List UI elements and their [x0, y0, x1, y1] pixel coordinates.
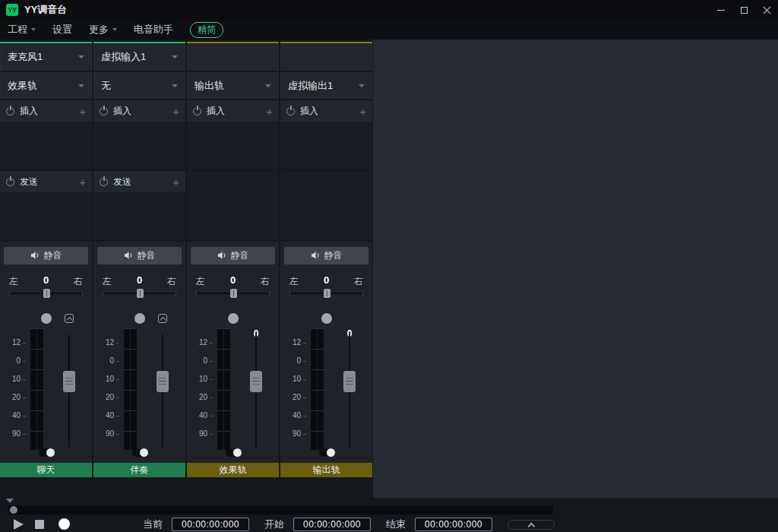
pan-control: 左 0 右: [187, 269, 279, 304]
pan-slider-thumb[interactable]: [43, 289, 50, 298]
menu-settings[interactable]: 设置: [52, 23, 72, 36]
chevron-down-icon: [172, 84, 178, 87]
send-label: 发送: [113, 176, 167, 188]
power-icon[interactable]: [6, 178, 14, 186]
channel-strip-chat: 麦克风1 效果轨 插入 + 发送 + 静音 左 0 右 12010204090: [0, 42, 92, 477]
mute-button[interactable]: 静音: [284, 247, 368, 264]
maximize-icon: [741, 7, 748, 14]
input-source-select[interactable]: [280, 43, 372, 72]
mute-row: 静音: [187, 242, 279, 269]
collapse-button[interactable]: [508, 520, 555, 530]
insert-section-header: 插入 +: [280, 100, 372, 122]
pan-slider-thumb[interactable]: [230, 289, 237, 298]
volume-fader[interactable]: [162, 334, 163, 447]
pan-slider[interactable]: [103, 293, 176, 294]
insert-section-header: 插入 +: [187, 100, 279, 122]
db-scale: 12010204090: [190, 339, 213, 438]
fader-handle[interactable]: [343, 371, 356, 392]
fader-handle[interactable]: [250, 371, 262, 392]
timeline-thumb[interactable]: [10, 506, 17, 514]
insert-label: 插入: [20, 105, 74, 118]
volume-fader[interactable]: [349, 334, 350, 447]
route-value: 输出轨: [194, 79, 265, 93]
close-icon: [763, 6, 771, 14]
route-select[interactable]: 无: [93, 72, 185, 100]
record-button[interactable]: [59, 518, 70, 530]
current-time-field[interactable]: 00:00:00:000: [172, 518, 249, 531]
menu-more[interactable]: 更多: [89, 23, 117, 36]
workspace-panel: [373, 40, 778, 498]
volume-fader[interactable]: [68, 334, 70, 447]
pan-slider-thumb[interactable]: [137, 289, 144, 298]
input-source-select[interactable]: 虚拟输入1: [93, 43, 185, 72]
send-section-header: 发送 +: [0, 171, 92, 192]
channel-toggle[interactable]: [132, 448, 148, 457]
gain-knob[interactable]: [41, 313, 52, 324]
toggle-knob-icon: [46, 448, 55, 457]
mute-label: 静音: [324, 249, 343, 262]
mute-button[interactable]: 静音: [97, 247, 182, 264]
insert-list: [0, 122, 92, 171]
pan-right-label: 右: [167, 275, 176, 288]
menu-project[interactable]: 工程: [8, 23, 36, 36]
toggle-knob-icon: [327, 448, 335, 457]
add-insert-button[interactable]: +: [266, 106, 273, 117]
insert-list: [280, 122, 372, 171]
input-source-select[interactable]: 麦克风1: [0, 43, 92, 72]
gain-knob[interactable]: [134, 313, 145, 324]
timeline-marker[interactable]: [6, 499, 14, 503]
volume-fader[interactable]: [255, 334, 257, 447]
fader-reset-icon[interactable]: [158, 314, 167, 323]
vu-meter-left: [217, 328, 223, 450]
menu-project-label: 工程: [8, 23, 27, 36]
end-time-field[interactable]: 00:00:00:000: [415, 518, 492, 531]
gain-knob[interactable]: [228, 313, 239, 324]
pan-right-label: 右: [261, 275, 270, 288]
route-select[interactable]: 效果轨: [0, 72, 92, 100]
vu-meter-right: [37, 328, 43, 450]
simplified-mode-badge[interactable]: 精简: [190, 22, 223, 38]
fader-reset-icon[interactable]: [65, 314, 74, 323]
add-insert-button[interactable]: +: [79, 106, 86, 117]
power-icon[interactable]: [193, 107, 201, 116]
input-source-value: 虚拟输入1: [101, 50, 172, 64]
mute-button[interactable]: 静音: [4, 247, 88, 264]
channel-toggle[interactable]: [39, 448, 55, 457]
maximize-button[interactable]: [732, 0, 755, 20]
chevron-up-icon: [527, 523, 535, 530]
add-send-button[interactable]: +: [79, 176, 86, 188]
mute-button[interactable]: 静音: [191, 247, 275, 264]
power-icon[interactable]: [100, 107, 108, 116]
insert-section-header: 插入 +: [0, 100, 92, 122]
route-select[interactable]: 虚拟输出1: [280, 72, 372, 100]
stop-button[interactable]: [35, 520, 44, 529]
minimize-button[interactable]: [710, 0, 732, 20]
input-source-select[interactable]: [187, 43, 279, 72]
gain-knob[interactable]: [321, 313, 332, 324]
pan-slider-thumb[interactable]: [324, 289, 330, 298]
pan-slider[interactable]: [289, 293, 363, 294]
channel-toggle[interactable]: [319, 448, 335, 457]
channel-toggle[interactable]: [226, 448, 242, 457]
menu-settings-label: 设置: [52, 23, 72, 36]
fader-handle[interactable]: [157, 371, 169, 392]
chevron-down-icon: [359, 84, 365, 87]
menu-voice-assistant[interactable]: 电音助手: [134, 23, 173, 36]
insert-list: [187, 122, 279, 171]
timeline-track[interactable]: [8, 505, 553, 515]
channel-name: 聊天: [0, 463, 92, 477]
add-insert-button[interactable]: +: [172, 106, 179, 117]
route-select[interactable]: 输出轨: [187, 72, 279, 100]
power-icon[interactable]: [100, 178, 108, 186]
fader-handle[interactable]: [63, 371, 75, 392]
power-icon[interactable]: [6, 107, 14, 116]
add-send-button[interactable]: +: [172, 176, 179, 188]
close-button[interactable]: [755, 0, 778, 20]
add-insert-button[interactable]: +: [359, 106, 366, 117]
start-time-field[interactable]: 00:00:00:000: [293, 518, 371, 531]
pan-slider[interactable]: [196, 293, 270, 294]
power-icon[interactable]: [286, 107, 295, 116]
play-button[interactable]: [14, 519, 24, 530]
insert-label: 插入: [207, 105, 261, 118]
pan-slider[interactable]: [9, 293, 83, 294]
